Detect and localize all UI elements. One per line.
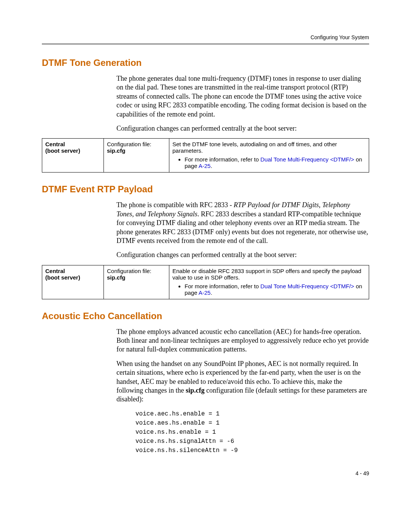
label: Central [45,141,65,147]
header-rule [42,43,369,45]
cell-file: Configuration file:sip.cfg [104,265,169,299]
label: Configuration file: [107,268,151,274]
list-item: For more information, refer to Dual Tone… [185,283,366,296]
paragraph: When using the handset on any SoundPoint… [116,359,369,404]
cell-desc: Set the DTMF tone levels, autodialing on… [169,139,369,173]
cell-file: Configuration file:sip.cfg [104,139,169,173]
text: The phone is compatible with RFC 2833 - [116,201,234,209]
paragraph: The phone generates dual tone multi-freq… [116,74,369,119]
link-page-ref[interactable]: A-25 [199,163,211,169]
link-dtmf-ref[interactable]: Dual Tone Multi-Frequency <DTMF/> [260,156,354,163]
page-number: 4 - 49 [42,470,369,476]
paragraph: The phone is compatible with RFC 2833 - … [116,201,369,245]
table-dtmf-rtp: Central(boot server) Configuration file:… [42,265,369,299]
list-item: For more information, refer to Dual Tone… [185,156,366,169]
bullet-list: For more information, refer to Dual Tone… [172,283,366,296]
cell-scope: Central(boot server) [42,265,104,299]
label: sip.cfg [107,274,125,281]
table-row: Central(boot server) Configuration file:… [42,139,369,173]
text: . [210,289,212,296]
heading-dtmf-generation: DTMF Tone Generation [42,58,369,68]
label: Central [45,268,65,274]
paragraph: The phone employs advanced acoustic echo… [116,328,369,354]
running-header: Configuring Your System [42,34,369,40]
filename: sip.cfg [186,387,205,394]
code-block: voice.aec.hs.enable = 1 voice.aes.hs.ena… [135,409,369,455]
heading-dtmf-rtp: DTMF Event RTP Payload [42,184,369,195]
text: Enable or disable RFC 2833 support in SD… [172,268,361,281]
text: Set the DTMF tone levels, autodialing on… [172,141,337,154]
label: (boot server) [45,274,80,281]
label: sip.cfg [107,147,125,154]
text: For more information, refer to [185,156,260,163]
body-dtmf-generation: The phone generates dual tone multi-freq… [116,74,369,133]
link-dtmf-ref[interactable]: Dual Tone Multi-Frequency <DTMF/> [260,283,354,289]
paragraph: Configuration changes can performed cent… [116,124,369,133]
text: For more information, refer to [185,283,260,289]
text: . [210,163,212,169]
body-dtmf-rtp: The phone is compatible with RFC 2833 - … [116,201,369,259]
body-aec: The phone employs advanced acoustic echo… [116,328,369,455]
table-row: Central(boot server) Configuration file:… [42,265,369,299]
paragraph: Configuration changes can performed cent… [116,251,369,259]
label: (boot server) [45,147,80,154]
page: Configuring Your System DTMF Tone Genera… [0,0,411,499]
cell-scope: Central(boot server) [42,139,104,173]
bullet-list: For more information, refer to Dual Tone… [172,156,366,169]
heading-aec: Acoustic Echo Cancellation [42,311,369,321]
label: Configuration file: [107,141,151,147]
cell-desc: Enable or disable RFC 2833 support in SD… [169,265,369,299]
table-dtmf-generation: Central(boot server) Configuration file:… [42,138,369,173]
link-page-ref[interactable]: A-25 [199,289,211,296]
